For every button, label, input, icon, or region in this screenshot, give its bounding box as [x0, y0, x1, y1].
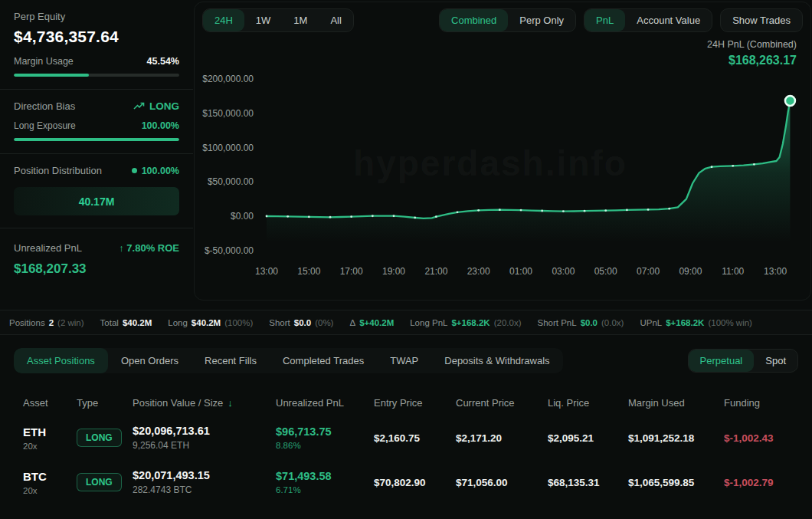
data-point-dot — [562, 210, 565, 212]
range-1m[interactable]: 1M — [282, 9, 319, 31]
trend-up-icon — [133, 102, 145, 110]
col-current-price[interactable]: Current Price — [456, 397, 548, 409]
data-point-dot — [753, 163, 755, 166]
pnl-area-chart[interactable]: $200,000.00$150,000.00$100,000.00$50,000… — [195, 70, 810, 286]
mode-combined[interactable]: Combined — [440, 9, 508, 31]
position-value: $20,096,713.61 — [133, 425, 276, 437]
unrealized-pnl-pct: 8.86% — [276, 441, 374, 450]
y-axis-tick: $100,000.00 — [202, 143, 254, 153]
tab-completed-trades[interactable]: Completed Trades — [270, 348, 377, 373]
data-point-dot — [626, 209, 628, 212]
y-axis-tick: $0.00 — [231, 211, 254, 222]
tab-asset-positions[interactable]: Asset Positions — [14, 348, 108, 373]
col-liq-price[interactable]: Liq. Price — [548, 397, 628, 409]
tab-recent-fills[interactable]: Recent Fills — [192, 348, 270, 373]
stat-value: $+168.2K — [451, 318, 489, 327]
liq-price: $68,135.31 — [548, 477, 628, 488]
data-point-dot — [499, 209, 501, 211]
data-point-dot — [414, 217, 416, 219]
stat-value: $+168.2K — [666, 318, 704, 327]
asset-symbol: ETH — [23, 425, 77, 439]
unrealized-pnl-roe: 7.80% ROE — [126, 242, 179, 254]
stat-note: (100% win) — [708, 318, 752, 327]
col-margin-used[interactable]: Margin Used — [628, 397, 724, 409]
stat-label: Short PnL — [537, 318, 576, 327]
metric-pnl[interactable]: PnL — [584, 9, 625, 31]
data-point-dot — [711, 166, 713, 168]
perp-equity-label: Perp Equity — [14, 11, 179, 22]
data-point-dot — [668, 208, 670, 210]
data-point-dot — [477, 209, 480, 212]
tab-open-orders[interactable]: Open Orders — [108, 348, 192, 373]
perp-equity-card: Perp Equity $4,736,357.64 Margin Usage 4… — [0, 0, 193, 90]
market-perpetual[interactable]: Perpetual — [689, 350, 755, 372]
data-point-dot — [435, 215, 437, 218]
data-point-dot — [286, 215, 289, 218]
distribution-block[interactable]: 40.17M — [14, 187, 179, 215]
data-point-dot — [520, 209, 522, 212]
chart-header-label: 24H PnL (Combined) — [707, 39, 797, 50]
margin-used: $1,065,599.85 — [628, 477, 724, 488]
tab-deposits-withdrawals[interactable]: Deposits & Withdrawals — [431, 348, 562, 373]
data-point-dot — [541, 210, 543, 212]
direction-bias-label: Direction Bias — [14, 100, 75, 112]
stat-label: Total — [100, 318, 119, 327]
table-row-eth[interactable]: ETH20xLONG$20,096,713.619,256.04 ETH$96,… — [0, 416, 812, 460]
entry-price: $70,802.90 — [374, 477, 456, 488]
stat-value: $40.2M — [192, 318, 221, 327]
col-funding[interactable]: Funding — [724, 397, 804, 409]
chart-header: 24H PnL (Combined) $168,263.17 — [707, 39, 797, 67]
asset-leverage: 20x — [23, 442, 77, 451]
positions-stats-bar: Positions2(2 win)Total$40.2MLong$40.2M(1… — [0, 310, 812, 335]
x-axis-tick: 17:00 — [340, 266, 363, 277]
col-position-value-size[interactable]: Position Value / Size↓ — [133, 397, 276, 409]
liq-price: $2,095.21 — [548, 432, 628, 444]
type-cell: LONG — [77, 473, 133, 491]
mode-perp-only[interactable]: Perp Only — [508, 9, 575, 31]
position-value-cell: $20,071,493.15282.4743 BTC — [133, 469, 276, 495]
x-axis-tick: 05:00 — [594, 266, 617, 277]
direction-bias-value: LONG — [149, 100, 179, 112]
col-entry-price[interactable]: Entry Price — [374, 397, 456, 409]
asset-symbol: BTC — [23, 470, 77, 483]
chart-panel: 24H1W1MAll CombinedPerp Only PnLAccount … — [194, 2, 811, 301]
stat-note: (0.0x) — [601, 318, 624, 327]
table-row-btc[interactable]: BTC20xLONG$20,071,493.15282.4743 BTC$71,… — [0, 460, 812, 504]
col-asset[interactable]: Asset — [23, 397, 77, 409]
range-24h[interactable]: 24H — [203, 9, 244, 31]
show-trades-button[interactable]: Show Trades — [721, 9, 802, 31]
positions-section: Asset PositionsOpen OrdersRecent FillsCo… — [0, 335, 812, 519]
data-point-dot — [350, 215, 352, 218]
last-point-marker — [785, 96, 795, 106]
sort-desc-icon[interactable]: ↓ — [228, 397, 233, 409]
data-point-dot — [308, 215, 310, 218]
market-spot[interactable]: Spot — [754, 350, 797, 372]
stat-label: Long PnL — [410, 318, 447, 327]
perp-equity-value: $4,736,357.64 — [14, 28, 179, 46]
col-type[interactable]: Type — [77, 397, 133, 409]
range-1w[interactable]: 1W — [244, 9, 283, 31]
position-size: 282.4743 BTC — [133, 485, 276, 495]
stat-label: UPnL — [640, 318, 662, 327]
long-exposure-bar — [14, 138, 179, 141]
asset-cell: ETH20x — [23, 425, 77, 451]
funding-value: $-1,002.43 — [724, 432, 804, 444]
metric-account-value[interactable]: Account Value — [625, 9, 712, 31]
stat-value: $0.0 — [294, 318, 311, 327]
tab-twap[interactable]: TWAP — [377, 348, 431, 373]
col-unrealized-pnl[interactable]: Unrealized PnL — [276, 397, 374, 409]
unrealized-pnl-pct: 6.71% — [276, 485, 374, 494]
stat-upnl: UPnL$+168.2K(100% win) — [640, 318, 752, 327]
range-all[interactable]: All — [319, 9, 352, 31]
funding-value: $-1,002.79 — [724, 477, 804, 488]
margin-usage-bar — [14, 74, 179, 77]
x-axis-tick: 13:00 — [764, 266, 787, 277]
margin-usage-value: 45.54% — [147, 56, 179, 67]
chart-header-value: $168,263.17 — [707, 54, 797, 67]
y-axis-tick: $50,000.00 — [208, 176, 254, 187]
asset-leverage: 20x — [23, 486, 77, 495]
x-axis-tick: 23:00 — [467, 266, 490, 277]
x-axis-tick: 19:00 — [382, 266, 405, 277]
x-axis-tick: 11:00 — [722, 266, 744, 277]
stat-label: Positions — [9, 318, 45, 327]
